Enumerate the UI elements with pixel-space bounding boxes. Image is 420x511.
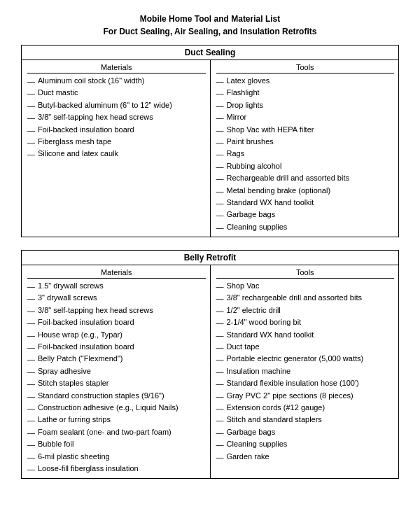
list-item-text: Rubbing alcohol [227, 161, 395, 172]
list-dash: — [216, 101, 224, 111]
list-item-text: Foil-backed insulation board [38, 125, 206, 135]
tools-header: Tools [216, 63, 395, 74]
list-item-text: Drop lights [227, 100, 395, 111]
list-item-text: Foil-backed insulation board [38, 317, 206, 328]
list-dash: — [216, 162, 224, 172]
list-item-text: 3/8" self-tapping hex head screws [38, 112, 206, 122]
list-item-text: Construction adhesive (e.g., Liquid Nail… [38, 402, 206, 413]
list-item: —Duct tape [216, 342, 395, 353]
list-item-text: Insulation machine [227, 366, 395, 377]
list-dash: — [27, 354, 35, 365]
list-item-text: Butyl-backed aluminum (6" to 12" wide) [38, 100, 206, 111]
list-item: —Aluminum coil stock (16" width) [27, 76, 206, 87]
list-dash: — [216, 440, 224, 450]
list-dash: — [216, 452, 224, 463]
list-item-text: Shop Vac with HEPA filter [227, 125, 395, 135]
materials-col-belly-retrofit: Materials—1.5" drywall screws—3" drywall… [22, 265, 211, 478]
list-item-text: 2-1/4" wood boring bit [227, 317, 395, 328]
list-item: —2-1/4" wood boring bit [216, 317, 395, 328]
list-item-text: Duct tape [227, 342, 395, 352]
list-dash: — [27, 113, 35, 123]
list-item-text: House wrap (e.g., Typar) [38, 330, 206, 340]
list-dash: — [27, 330, 35, 341]
list-item: —Flashlight [216, 88, 395, 99]
list-item-text: Standard WX hand toolkit [227, 197, 395, 208]
list-item: —Standard WX hand toolkit [216, 330, 395, 341]
list-dash: — [27, 452, 35, 463]
tools-col-belly-retrofit: Tools—Shop Vac—3/8" rechargeable drill a… [211, 265, 399, 478]
list-item-text: Lathe or furring strips [38, 414, 206, 425]
list-dash: — [27, 403, 35, 414]
list-item: —3/8" self-tapping hex head screws [27, 112, 206, 123]
list-item-text: Garbage bags [227, 209, 395, 220]
list-item: —Gray PVC 2" pipe sections (8 pieces) [216, 391, 395, 402]
list-item: —1/2" electric drill [216, 305, 395, 316]
section-header-belly-retrofit: Belly Retrofit [22, 251, 398, 265]
list-item: —Loose-fill fiberglass insulation [27, 463, 206, 475]
list-dash: — [27, 306, 35, 316]
list-dash: — [216, 186, 224, 197]
list-item-text: Rags [227, 148, 395, 159]
list-dash: — [27, 293, 35, 304]
list-item-text: Duct mastic [38, 88, 206, 98]
list-item: —Rags [216, 148, 395, 160]
list-item-text: Standard construction staples (9/16") [38, 391, 206, 401]
list-dash: — [216, 223, 224, 233]
list-dash: — [216, 367, 224, 377]
list-item-text: Foil-backed insulation board [38, 342, 206, 352]
list-item-text: Fiberglass mesh tape [38, 136, 206, 147]
section-body-duct-sealing: Materials—Aluminum coil stock (16" width… [22, 60, 398, 237]
list-dash: — [27, 428, 35, 438]
materials-col-duct-sealing: Materials—Aluminum coil stock (16" width… [22, 60, 211, 237]
list-item-text: Standard WX hand toolkit [227, 330, 395, 340]
list-item: —Standard flexible insulation hose (100'… [216, 378, 395, 389]
page-subtitle: For Duct Sealing, Air Sealing, and Insul… [21, 27, 399, 36]
list-dash: — [216, 76, 224, 87]
list-item: —Butyl-backed aluminum (6" to 12" wide) [27, 100, 206, 111]
list-item: —3/8" self-tapping hex head screws [27, 305, 206, 316]
list-item: —Foil-backed insulation board [27, 317, 206, 328]
list-dash: — [216, 210, 224, 220]
list-item: —Cleaning supplies [216, 439, 395, 450]
list-dash: — [216, 174, 224, 184]
list-item-text: Spray adhesive [38, 366, 206, 377]
list-dash: — [216, 391, 224, 402]
list-item-text: Bubble foil [38, 439, 206, 449]
list-item: —Garbage bags [216, 427, 395, 438]
list-item: —Rechargeable drill and assorted bits [216, 173, 395, 184]
list-dash: — [27, 101, 35, 111]
section-duct-sealing: Duct SealingMaterials—Aluminum coil stoc… [21, 45, 399, 237]
list-item: —6-mil plastic sheeting [27, 451, 206, 463]
list-dash: — [216, 198, 224, 209]
list-item-text: Gray PVC 2" pipe sections (8 pieces) [227, 391, 395, 401]
list-item-text: Aluminum coil stock (16" width) [38, 76, 206, 86]
list-dash: — [216, 428, 224, 438]
list-dash: — [27, 281, 35, 292]
list-item: —Belly Patch ("Flexmend") [27, 354, 206, 365]
list-item: —Spray adhesive [27, 366, 206, 377]
list-item-text: Loose-fill fiberglass insulation [38, 463, 206, 474]
list-item: —Bubble foil [27, 439, 206, 450]
list-item-text: Stitch and standard staplers [227, 414, 395, 425]
list-item-text: Metal bending brake (optional) [227, 186, 395, 196]
list-item: —3" drywall screws [27, 293, 206, 304]
list-item: —Stitch and standard staplers [216, 414, 395, 426]
list-dash: — [27, 415, 35, 426]
list-dash: — [27, 342, 35, 353]
list-dash: — [216, 281, 224, 292]
list-item-text: Rechargeable drill and assorted bits [227, 173, 395, 183]
list-item-text: Silicone and latex caulk [38, 148, 206, 159]
list-dash: — [216, 415, 224, 426]
page-title: Mobile Home Tool and Material List [21, 14, 399, 24]
list-dash: — [27, 367, 35, 377]
list-item-text: Extension cords (#12 gauge) [227, 402, 395, 413]
materials-header: Materials [27, 268, 206, 279]
list-item-text: 3/8" rechargeable drill and assorted bit… [227, 293, 395, 303]
list-item: —Duct mastic [27, 88, 206, 99]
list-item-text: 6-mil plastic sheeting [38, 451, 206, 462]
list-item: —Fiberglass mesh tape [27, 136, 206, 148]
list-item: —Standard construction staples (9/16") [27, 391, 206, 402]
list-dash: — [216, 293, 224, 304]
list-dash: — [216, 330, 224, 341]
list-dash: — [27, 125, 35, 136]
